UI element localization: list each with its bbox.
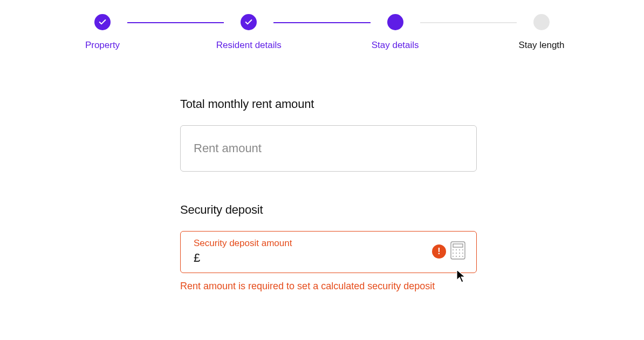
stepper-connector bbox=[420, 22, 517, 23]
deposit-error-message: Rent amount is required to set a calcula… bbox=[180, 280, 455, 293]
rent-amount-label: Total monthly rent amount bbox=[180, 97, 477, 111]
step-label: Stay length bbox=[518, 40, 564, 51]
deposit-field-group: Security deposit Security deposit amount… bbox=[180, 203, 477, 293]
progress-stepper: Property Resident details Stay details S… bbox=[81, 14, 563, 51]
stepper-connector bbox=[273, 22, 370, 23]
security-deposit-input-wrap[interactable]: Security deposit amount ! bbox=[180, 231, 477, 273]
exclamation-icon: ! bbox=[432, 244, 446, 259]
security-deposit-label: Security deposit bbox=[180, 203, 477, 217]
check-icon bbox=[241, 14, 257, 30]
svg-rect-1 bbox=[453, 244, 463, 247]
deposit-icons: ! bbox=[432, 241, 465, 262]
rent-field-group: Total monthly rent amount bbox=[180, 97, 477, 172]
step-label: Resident details bbox=[216, 40, 282, 51]
current-step-dot bbox=[387, 14, 403, 30]
rent-amount-input[interactable] bbox=[180, 125, 477, 172]
step-label: Stay details bbox=[372, 40, 419, 51]
pending-step-dot bbox=[533, 14, 550, 30]
stepper-connector bbox=[127, 22, 224, 23]
step-label: Property bbox=[85, 40, 120, 51]
step-property[interactable]: Property bbox=[81, 14, 124, 51]
calculator-icon[interactable] bbox=[450, 241, 465, 262]
deposit-text-area: Security deposit amount bbox=[194, 238, 426, 265]
step-stay-details[interactable]: Stay details bbox=[374, 14, 417, 51]
check-icon bbox=[94, 14, 111, 30]
step-stay-length[interactable]: Stay length bbox=[520, 14, 563, 51]
stay-details-form: Total monthly rent amount Security depos… bbox=[180, 97, 477, 293]
deposit-floating-label: Security deposit amount bbox=[194, 238, 426, 249]
step-resident-details[interactable]: Resident details bbox=[227, 14, 270, 51]
security-deposit-input[interactable] bbox=[194, 251, 426, 265]
